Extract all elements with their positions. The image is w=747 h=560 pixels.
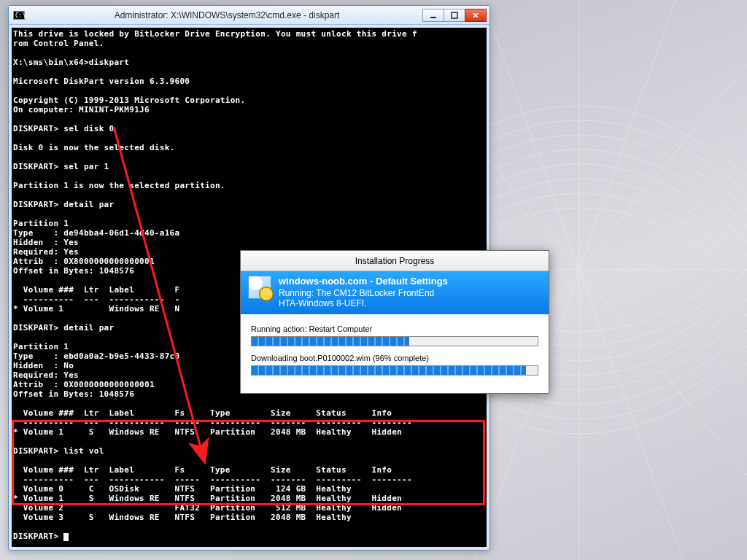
download-label: Downloading boot.P0100002.wim (96% compl… bbox=[251, 354, 538, 362]
cmd-titlebar[interactable]: C:\ Administrator: X:\WINDOWS\system32\c… bbox=[9, 6, 489, 25]
progress-bar-download bbox=[251, 365, 538, 376]
dialog-heading: windows-noob.com - Default Settings bbox=[279, 276, 448, 287]
close-button[interactable] bbox=[465, 9, 487, 22]
minimize-button[interactable] bbox=[422, 9, 444, 22]
progress-bar-action bbox=[251, 336, 538, 346]
dialog-subtitle-1: Running: The CM12 BitLocker FrontEnd bbox=[279, 288, 434, 298]
install-icon bbox=[248, 276, 271, 299]
cmd-window-title: Administrator: X:\WINDOWS\system32\cmd.e… bbox=[31, 10, 423, 20]
svg-rect-7 bbox=[452, 12, 457, 18]
dialog-subtitle-2: HTA-Windows 8-UEFI. bbox=[279, 298, 366, 308]
action-label: Running action: Restart Computer bbox=[251, 324, 538, 333]
dialog-title[interactable]: Installation Progress bbox=[241, 251, 549, 271]
cmd-sysicon: C:\ bbox=[13, 11, 25, 20]
maximize-button[interactable] bbox=[444, 9, 465, 22]
dialog-banner: windows-noob.com - Default Settings Runn… bbox=[241, 271, 549, 314]
progress-dialog: Installation Progress windows-noob.com -… bbox=[240, 250, 549, 394]
